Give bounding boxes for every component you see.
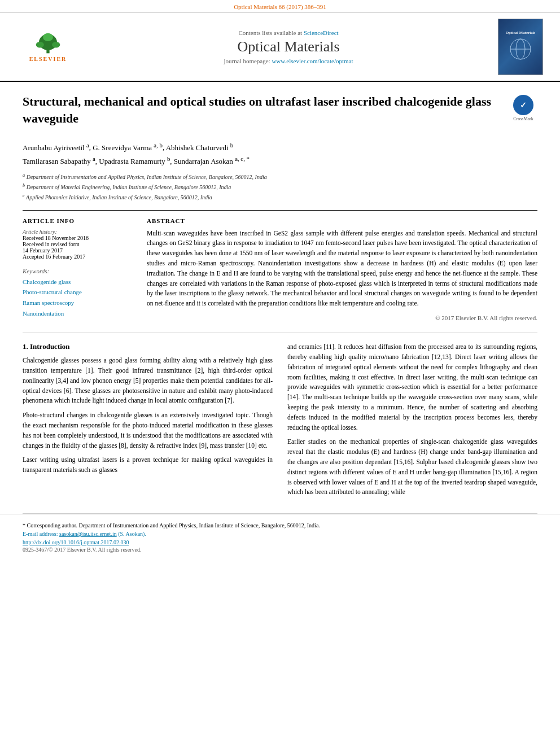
- homepage-line: journal homepage: www.elsevier.com/locat…: [224, 58, 353, 64]
- journal-cover-section: Optical Materials: [492, 19, 549, 75]
- corresponding-note: * Corresponding author. Department of In…: [23, 521, 537, 530]
- article-content: Structural, mechanical and optical studi…: [0, 82, 560, 513]
- authors-section: Arunbabu Ayiriveetil a, G. Sreevidya Var…: [23, 140, 537, 167]
- affiliation-c: c Applied Photonics Initiative, Indian I…: [23, 193, 537, 202]
- keyword-3: Raman spectroscopy: [23, 298, 135, 308]
- abstract-col: ABSTRACT Multi-scan waveguides have been…: [147, 217, 537, 322]
- journal-title: Optical Materials: [237, 38, 339, 55]
- svg-text:✓: ✓: [520, 101, 527, 110]
- elsevier-logo: ELSEVIER: [17, 30, 79, 64]
- journal-header: ELSEVIER Contents lists available at Sci…: [0, 13, 560, 82]
- affiliation-b: b Department of Material Engineering, In…: [23, 182, 537, 191]
- keywords-header: Keywords:: [23, 268, 135, 274]
- crossmark-icon: ✓: [512, 94, 535, 116]
- elsevier-tree-icon: [31, 32, 65, 55]
- article-history: Article history: Received 18 November 20…: [23, 229, 135, 260]
- author-2: G. Sreevidya Varma a, b: [93, 143, 163, 152]
- elsevier-logo-section: ELSEVIER: [11, 19, 85, 75]
- footer-email-line: E-mail address: sasokan@isu.iisc.ernet.i…: [23, 531, 537, 537]
- sciencedirect-link[interactable]: ScienceDirect: [304, 29, 339, 36]
- journal-citation-bar: Optical Materials 66 (2017) 386–391: [0, 0, 560, 13]
- body-col-left: 1. Introduction Chalcogenide glasses pos…: [23, 342, 273, 502]
- crossmark-label: CrossMark: [513, 116, 533, 121]
- article-title: Structural, mechanical and optical studi…: [23, 93, 501, 126]
- keywords-section: Keywords: Chalcogenide glass Photo-struc…: [23, 268, 135, 319]
- authors-line: Arunbabu Ayiriveetil a, G. Sreevidya Var…: [23, 140, 537, 167]
- contents-line: Contents lists available at ScienceDirec…: [238, 29, 338, 36]
- info-abstract-section: ARTICLE INFO Article history: Received 1…: [23, 217, 537, 322]
- revised-date: 14 February 2017: [23, 247, 135, 254]
- email-link[interactable]: sasokan@isu.iisc.ernet.in: [59, 531, 117, 537]
- keyword-4: Nanoindentation: [23, 308, 135, 319]
- svg-point-2: [36, 41, 44, 47]
- received-date: Received 18 November 2016: [23, 235, 135, 241]
- author-1: Arunbabu Ayiriveetil a: [23, 143, 89, 152]
- journal-homepage-link[interactable]: www.elsevier.com/locate/optmat: [272, 58, 353, 64]
- main-body: ARTICLE INFO Article history: Received 1…: [23, 210, 537, 322]
- article-info-col: ARTICLE INFO Article history: Received 1…: [23, 217, 135, 322]
- abstract-header: ABSTRACT: [147, 217, 537, 224]
- intro-heading: 1. Introduction: [23, 342, 273, 351]
- crossmark-badge: ✓ CrossMark: [509, 93, 537, 121]
- author-6: Sundarrajan Asokan a, c, *: [174, 157, 250, 165]
- footer-section: * Corresponding author. Department of In…: [0, 514, 560, 557]
- two-col-body: 1. Introduction Chalcogenide glasses pos…: [23, 342, 537, 502]
- right-para-1: and ceramics [11]. It reduces heat diffu…: [287, 342, 537, 433]
- email-suffix: (S. Asokan).: [118, 531, 146, 537]
- journal-cover-image: Optical Materials: [498, 19, 543, 75]
- email-label: E-mail address:: [23, 531, 58, 537]
- intro-para-2: Photo-structural changes in chalcogenide…: [23, 410, 273, 451]
- affiliations: a Department of Instrumentation and Appl…: [23, 172, 537, 202]
- abstract-text: Multi-scan waveguides have been inscribe…: [147, 229, 537, 309]
- journal-citation: Optical Materials 66 (2017) 386–391: [234, 3, 326, 10]
- keyword-1: Chalcogenide glass: [23, 277, 135, 287]
- section-number: 1.: [23, 342, 28, 351]
- svg-point-4: [43, 33, 53, 41]
- body-col-right: and ceramics [11]. It reduces heat diffu…: [287, 342, 537, 502]
- cover-decoration-icon: [504, 35, 537, 63]
- doi-link[interactable]: http://dx.doi.org/10.1016/j.optmat.2017.…: [23, 539, 537, 545]
- journal-header-center: Contents lists available at ScienceDirec…: [90, 19, 487, 75]
- elsevier-label: ELSEVIER: [29, 56, 67, 62]
- affiliation-a: a Department of Instrumentation and Appl…: [23, 172, 537, 181]
- article-title-section: Structural, mechanical and optical studi…: [23, 93, 537, 132]
- author-4: Tamilarasan Sabapathy a: [23, 157, 95, 165]
- intro-para-1: Chalcogenide glasses possess a good glas…: [23, 356, 273, 406]
- issn-line: 0925-3467/© 2017 Elsevier B.V. All right…: [23, 547, 537, 553]
- svg-point-3: [52, 41, 60, 47]
- copyright-line: © 2017 Elsevier B.V. All rights reserved…: [147, 314, 537, 321]
- history-label: Article history:: [23, 229, 135, 235]
- doi-anchor[interactable]: http://dx.doi.org/10.1016/j.optmat.2017.…: [23, 539, 129, 545]
- body-section: 1. Introduction Chalcogenide glasses pos…: [23, 333, 537, 502]
- journal-cover-title: Optical Materials: [506, 30, 536, 35]
- author-5: Upadrasta Ramamurty b: [99, 157, 170, 165]
- author-3: Abhishek Chaturvedi b: [166, 143, 234, 152]
- section-title: Introduction: [30, 342, 70, 351]
- page: Optical Materials 66 (2017) 386–391 ELSE…: [0, 0, 560, 557]
- keyword-2: Photo-structural change: [23, 287, 135, 298]
- revised-label: Received in revised form: [23, 241, 135, 247]
- accepted-date: Accepted 16 February 2017: [23, 254, 135, 260]
- right-para-2: Earlier studies on the mechanical proper…: [287, 437, 537, 497]
- intro-para-3: Laser writing using ultrafast lasers is …: [23, 455, 273, 475]
- article-info-header: ARTICLE INFO: [23, 217, 135, 224]
